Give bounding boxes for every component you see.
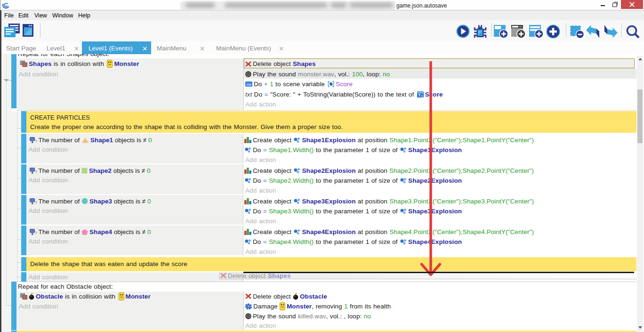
svg-text:x: x xyxy=(31,170,33,174)
svg-text:?: ? xyxy=(35,231,37,235)
svg-text:Var: Var xyxy=(246,83,252,86)
svg-text:?: ? xyxy=(35,139,37,143)
svg-text:x: x xyxy=(31,139,33,143)
svg-text:x: x xyxy=(31,231,33,235)
svg-text:?: ? xyxy=(35,170,37,174)
svg-text:x: x xyxy=(31,201,33,204)
svg-text:?: ? xyxy=(35,200,37,204)
